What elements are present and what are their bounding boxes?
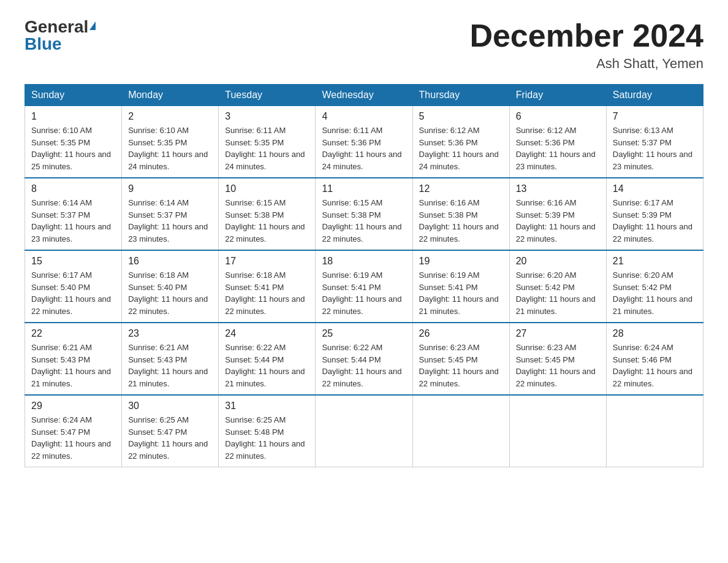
calendar-day-cell: 5 Sunrise: 6:12 AMSunset: 5:36 PMDayligh…: [412, 106, 509, 178]
day-number: 16: [128, 256, 212, 267]
calendar-day-cell: 20 Sunrise: 6:20 AMSunset: 5:42 PMDaylig…: [509, 250, 606, 323]
day-info: Sunrise: 6:16 AMSunset: 5:39 PMDaylight:…: [516, 197, 600, 245]
day-info: Sunrise: 6:12 AMSunset: 5:36 PMDaylight:…: [419, 124, 503, 172]
logo-general-text: General: [25, 18, 88, 36]
day-info: Sunrise: 6:15 AMSunset: 5:38 PMDaylight:…: [225, 197, 309, 245]
day-of-week-header: Monday: [122, 85, 219, 106]
calendar-day-cell: 26 Sunrise: 6:23 AMSunset: 5:45 PMDaylig…: [412, 323, 509, 395]
calendar-week-row: 8 Sunrise: 6:14 AMSunset: 5:37 PMDayligh…: [25, 178, 703, 250]
calendar-day-cell: 21 Sunrise: 6:20 AMSunset: 5:42 PMDaylig…: [606, 250, 703, 323]
logo: General Blue: [25, 18, 96, 53]
day-number: 25: [322, 328, 406, 339]
day-number: 15: [31, 256, 115, 267]
day-number: 12: [419, 183, 503, 194]
day-number: 9: [128, 183, 212, 194]
day-info: Sunrise: 6:14 AMSunset: 5:37 PMDaylight:…: [128, 197, 212, 245]
calendar-day-cell: 2 Sunrise: 6:10 AMSunset: 5:35 PMDayligh…: [122, 106, 219, 178]
day-number: 17: [225, 256, 309, 267]
page-header: General Blue December 2024 Ash Shatt, Ye…: [25, 18, 703, 72]
calendar-day-cell: [412, 395, 509, 467]
calendar-day-cell: 9 Sunrise: 6:14 AMSunset: 5:37 PMDayligh…: [122, 178, 219, 250]
calendar-day-cell: 7 Sunrise: 6:13 AMSunset: 5:37 PMDayligh…: [606, 106, 703, 178]
calendar-day-cell: 28 Sunrise: 6:24 AMSunset: 5:46 PMDaylig…: [606, 323, 703, 395]
day-info: Sunrise: 6:19 AMSunset: 5:41 PMDaylight:…: [419, 269, 503, 317]
calendar-week-row: 29 Sunrise: 6:24 AMSunset: 5:47 PMDaylig…: [25, 395, 703, 467]
calendar-day-cell: 15 Sunrise: 6:17 AMSunset: 5:40 PMDaylig…: [25, 250, 122, 323]
day-number: 19: [419, 256, 503, 267]
day-info: Sunrise: 6:11 AMSunset: 5:36 PMDaylight:…: [322, 124, 406, 172]
day-info: Sunrise: 6:23 AMSunset: 5:45 PMDaylight:…: [419, 342, 503, 389]
day-number: 26: [419, 328, 503, 339]
calendar-day-cell: [316, 395, 412, 467]
calendar-day-cell: [509, 395, 606, 467]
calendar-header-row: SundayMondayTuesdayWednesdayThursdayFrid…: [25, 85, 703, 106]
calendar-day-cell: [606, 395, 703, 467]
calendar-day-cell: 30 Sunrise: 6:25 AMSunset: 5:47 PMDaylig…: [122, 395, 219, 467]
day-of-week-header: Tuesday: [219, 85, 316, 106]
day-of-week-header: Friday: [509, 85, 606, 106]
day-info: Sunrise: 6:10 AMSunset: 5:35 PMDaylight:…: [31, 124, 115, 172]
day-info: Sunrise: 6:15 AMSunset: 5:38 PMDaylight:…: [322, 197, 406, 245]
day-info: Sunrise: 6:25 AMSunset: 5:47 PMDaylight:…: [128, 414, 212, 462]
day-info: Sunrise: 6:21 AMSunset: 5:43 PMDaylight:…: [128, 342, 212, 389]
title-block: December 2024 Ash Shatt, Yemen: [469, 18, 703, 72]
calendar-day-cell: 8 Sunrise: 6:14 AMSunset: 5:37 PMDayligh…: [25, 178, 122, 250]
calendar-day-cell: 1 Sunrise: 6:10 AMSunset: 5:35 PMDayligh…: [25, 106, 122, 178]
day-info: Sunrise: 6:18 AMSunset: 5:41 PMDaylight:…: [225, 269, 309, 317]
location-title: Ash Shatt, Yemen: [469, 56, 703, 72]
day-of-week-header: Sunday: [25, 85, 122, 106]
day-number: 29: [31, 400, 115, 412]
calendar-day-cell: 14 Sunrise: 6:17 AMSunset: 5:39 PMDaylig…: [606, 178, 703, 250]
day-info: Sunrise: 6:18 AMSunset: 5:40 PMDaylight:…: [128, 269, 212, 317]
calendar-day-cell: 31 Sunrise: 6:25 AMSunset: 5:48 PMDaylig…: [219, 395, 316, 467]
day-info: Sunrise: 6:20 AMSunset: 5:42 PMDaylight:…: [516, 269, 600, 317]
day-info: Sunrise: 6:24 AMSunset: 5:47 PMDaylight:…: [31, 414, 115, 462]
day-info: Sunrise: 6:13 AMSunset: 5:37 PMDaylight:…: [613, 124, 697, 172]
calendar-day-cell: 27 Sunrise: 6:23 AMSunset: 5:45 PMDaylig…: [509, 323, 606, 395]
day-info: Sunrise: 6:11 AMSunset: 5:35 PMDaylight:…: [225, 124, 309, 172]
day-number: 24: [225, 328, 309, 339]
day-number: 28: [613, 328, 697, 339]
month-title: December 2024: [469, 18, 703, 53]
day-number: 6: [516, 111, 600, 122]
logo-blue-text: Blue: [25, 36, 62, 53]
calendar-day-cell: 4 Sunrise: 6:11 AMSunset: 5:36 PMDayligh…: [316, 106, 412, 178]
day-info: Sunrise: 6:14 AMSunset: 5:37 PMDaylight:…: [31, 197, 115, 245]
day-number: 23: [128, 328, 212, 339]
day-of-week-header: Saturday: [606, 85, 703, 106]
day-number: 3: [225, 111, 309, 122]
day-number: 18: [322, 256, 406, 267]
calendar-day-cell: 25 Sunrise: 6:22 AMSunset: 5:44 PMDaylig…: [316, 323, 412, 395]
day-number: 14: [613, 183, 697, 194]
day-info: Sunrise: 6:24 AMSunset: 5:46 PMDaylight:…: [613, 342, 697, 389]
day-number: 13: [516, 183, 600, 194]
day-number: 21: [613, 256, 697, 267]
calendar-day-cell: 29 Sunrise: 6:24 AMSunset: 5:47 PMDaylig…: [25, 395, 122, 467]
day-of-week-header: Thursday: [412, 85, 509, 106]
day-info: Sunrise: 6:22 AMSunset: 5:44 PMDaylight:…: [225, 342, 309, 389]
calendar-table: SundayMondayTuesdayWednesdayThursdayFrid…: [25, 84, 703, 467]
day-info: Sunrise: 6:21 AMSunset: 5:43 PMDaylight:…: [31, 342, 115, 389]
calendar-day-cell: 22 Sunrise: 6:21 AMSunset: 5:43 PMDaylig…: [25, 323, 122, 395]
calendar-week-row: 1 Sunrise: 6:10 AMSunset: 5:35 PMDayligh…: [25, 106, 703, 178]
day-number: 31: [225, 400, 309, 412]
day-number: 8: [31, 183, 115, 194]
calendar-day-cell: 16 Sunrise: 6:18 AMSunset: 5:40 PMDaylig…: [122, 250, 219, 323]
day-number: 30: [128, 400, 212, 412]
day-number: 1: [31, 111, 115, 122]
day-info: Sunrise: 6:25 AMSunset: 5:48 PMDaylight:…: [225, 414, 309, 462]
day-of-week-header: Wednesday: [316, 85, 412, 106]
day-info: Sunrise: 6:12 AMSunset: 5:36 PMDaylight:…: [516, 124, 600, 172]
calendar-day-cell: 11 Sunrise: 6:15 AMSunset: 5:38 PMDaylig…: [316, 178, 412, 250]
logo-triangle-icon: [89, 21, 96, 30]
calendar-week-row: 22 Sunrise: 6:21 AMSunset: 5:43 PMDaylig…: [25, 323, 703, 395]
day-info: Sunrise: 6:20 AMSunset: 5:42 PMDaylight:…: [613, 269, 697, 317]
day-number: 10: [225, 183, 309, 194]
calendar-day-cell: 19 Sunrise: 6:19 AMSunset: 5:41 PMDaylig…: [412, 250, 509, 323]
day-info: Sunrise: 6:17 AMSunset: 5:40 PMDaylight:…: [31, 269, 115, 317]
calendar-day-cell: 12 Sunrise: 6:16 AMSunset: 5:38 PMDaylig…: [412, 178, 509, 250]
day-info: Sunrise: 6:23 AMSunset: 5:45 PMDaylight:…: [516, 342, 600, 389]
day-number: 27: [516, 328, 600, 339]
calendar-day-cell: 18 Sunrise: 6:19 AMSunset: 5:41 PMDaylig…: [316, 250, 412, 323]
calendar-day-cell: 13 Sunrise: 6:16 AMSunset: 5:39 PMDaylig…: [509, 178, 606, 250]
